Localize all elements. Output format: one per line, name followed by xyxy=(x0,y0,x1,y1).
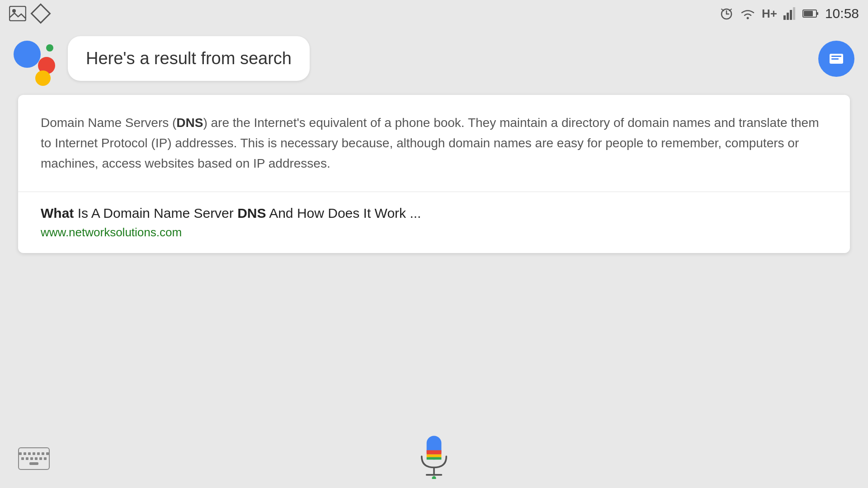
svg-point-24 xyxy=(432,476,436,479)
result-url[interactable]: www.networksolutions.com xyxy=(41,225,827,239)
svg-rect-13 xyxy=(816,12,818,15)
svg-rect-17 xyxy=(831,58,839,60)
dot-yellow xyxy=(35,70,51,86)
svg-rect-8 xyxy=(783,15,786,20)
bottom-bar xyxy=(0,425,868,488)
result-link-section[interactable]: What Is A Domain Name Server DNS And How… xyxy=(18,192,850,253)
svg-rect-9 xyxy=(787,13,789,20)
svg-point-1 xyxy=(12,9,16,13)
keyboard-button[interactable] xyxy=(18,447,50,470)
microphone-button[interactable] xyxy=(416,434,452,479)
status-time: 10:58 xyxy=(825,6,859,21)
dot-blue xyxy=(14,41,41,68)
svg-rect-0 xyxy=(9,6,26,21)
speech-bubble: Here's a result from search xyxy=(68,36,310,81)
keyboard-icon xyxy=(18,447,50,470)
alarm-icon xyxy=(719,6,734,21)
svg-rect-21 xyxy=(427,457,442,460)
result-card[interactable]: Domain Name Servers (DNS) are the Intern… xyxy=(18,95,850,253)
assistant-logo xyxy=(14,41,59,86)
svg-rect-20 xyxy=(427,454,442,457)
result-description: Domain Name Servers (DNS) are the Intern… xyxy=(18,95,850,192)
hplus-icon: H+ xyxy=(762,7,777,21)
svg-rect-10 xyxy=(790,10,792,20)
rotate-icon xyxy=(30,3,51,23)
svg-rect-19 xyxy=(427,450,442,454)
svg-rect-11 xyxy=(793,7,795,20)
status-bar: H+ 10:58 xyxy=(0,0,868,27)
assistant-message: Here's a result from search xyxy=(86,49,292,68)
microphone-icon xyxy=(416,434,452,479)
image-icon xyxy=(9,6,26,21)
dot-green xyxy=(46,44,53,52)
signal-icon xyxy=(783,7,796,20)
svg-point-7 xyxy=(746,17,749,19)
circle-button-icon xyxy=(828,50,845,67)
main-content: Here's a result from search Domain Name … xyxy=(0,27,868,262)
status-bar-left-icons xyxy=(9,6,48,21)
blue-circle-button[interactable] xyxy=(818,41,854,77)
result-title: What Is A Domain Name Server DNS And How… xyxy=(41,206,827,221)
status-bar-right-icons: H+ 10:58 xyxy=(719,6,859,21)
assistant-row: Here's a result from search xyxy=(14,36,854,86)
svg-rect-14 xyxy=(804,11,813,16)
wifi-icon xyxy=(740,7,755,20)
svg-rect-16 xyxy=(831,56,841,57)
battery-icon xyxy=(802,9,819,19)
